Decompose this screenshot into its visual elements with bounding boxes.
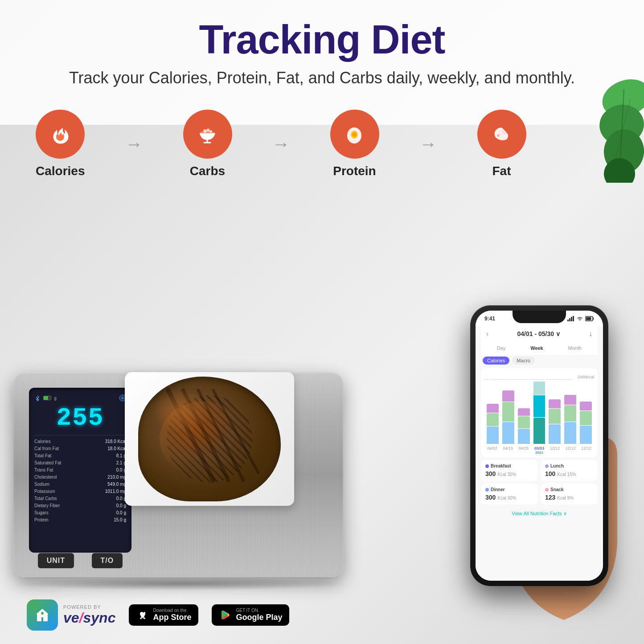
bar-stack-1 bbox=[487, 404, 499, 444]
category-fat: Fat bbox=[477, 110, 526, 178]
tab-calories[interactable]: Calories bbox=[483, 357, 509, 365]
bar-group-active bbox=[533, 381, 546, 444]
x-label-active: 05/03 2021 bbox=[534, 446, 545, 455]
meal-card-snack: Snack 123 Kcal 9% bbox=[541, 484, 598, 505]
arrow-1: → bbox=[125, 134, 143, 154]
meal-card-breakfast: Breakfast 300 Kcal 30% bbox=[481, 460, 538, 481]
tab-macro[interactable]: Macro bbox=[512, 357, 535, 365]
svg-point-6 bbox=[200, 131, 215, 135]
lunch-calories: 100 Kcal 15% bbox=[545, 470, 593, 477]
x-label-5: 12/12 bbox=[550, 446, 560, 455]
time-display: 9:41 bbox=[484, 316, 495, 322]
target-dashed-line bbox=[484, 379, 571, 380]
breakfast-label: Breakfast bbox=[485, 464, 533, 468]
playstore-top-text: GET IT ON bbox=[236, 608, 282, 613]
bar-group-6 bbox=[564, 395, 576, 444]
appstore-main-text: App Store bbox=[153, 613, 191, 622]
svg-rect-23 bbox=[569, 318, 570, 321]
arrow-2: → bbox=[272, 134, 290, 154]
target-line-label: 2400Kcal bbox=[577, 375, 594, 379]
brand-logo: POWERED BY ve/sync bbox=[27, 599, 115, 631]
svg-point-9 bbox=[209, 130, 212, 133]
tare-button[interactable]: T/O bbox=[92, 553, 123, 568]
scale-shadow bbox=[13, 577, 348, 591]
signal-icon bbox=[567, 316, 574, 321]
tab-month[interactable]: Month bbox=[565, 344, 586, 352]
dinner-calories: 300 Kcal 30% bbox=[485, 494, 533, 501]
bar-seg-green-2 bbox=[502, 402, 514, 422]
dinner-label: Dinner bbox=[485, 487, 533, 492]
lcd-unit-display: g bbox=[54, 396, 57, 401]
category-carbs: Carbs bbox=[183, 110, 232, 178]
bar-seg-green-6 bbox=[564, 405, 576, 422]
svg-rect-22 bbox=[567, 320, 569, 321]
date-range-display[interactable]: 04/01 - 05/30 ∨ bbox=[517, 330, 560, 337]
flame-icon bbox=[48, 122, 73, 147]
phone-outer: 9:41 bbox=[470, 305, 608, 586]
bar-seg-purple-3 bbox=[518, 408, 530, 416]
protein-label: Protein bbox=[333, 164, 376, 178]
grill-marks bbox=[138, 377, 281, 501]
bar-stack-3 bbox=[518, 408, 530, 444]
bar-seg-green-5 bbox=[549, 409, 561, 424]
bar-seg-blue-7 bbox=[580, 426, 592, 444]
wifi-icon bbox=[576, 316, 583, 321]
unit-button[interactable]: UNIT bbox=[38, 553, 74, 568]
bar-group-2 bbox=[502, 390, 514, 444]
bar-seg-purple-6 bbox=[564, 395, 576, 405]
svg-point-12 bbox=[352, 132, 357, 137]
protein-icon-circle bbox=[330, 110, 379, 159]
playstore-badge[interactable]: GET IT ON Google Play bbox=[212, 604, 289, 626]
meal-card-lunch: Lunch 100 Kcal 15% bbox=[541, 460, 598, 481]
bar-group-1 bbox=[487, 404, 499, 444]
category-calories: Calories bbox=[36, 110, 85, 178]
brand-name-text: ve/sync bbox=[63, 610, 115, 626]
meat-icon bbox=[489, 122, 514, 147]
bottom-bar: POWERED BY ve/sync Download on the App S… bbox=[27, 599, 289, 631]
bar-stack-active bbox=[533, 381, 546, 444]
bar-stack-5 bbox=[549, 399, 561, 444]
arrow-3: → bbox=[419, 134, 437, 154]
chicken-visual bbox=[138, 377, 281, 501]
download-icon[interactable]: ↓ bbox=[589, 330, 592, 338]
bar-seg-teal-active bbox=[533, 418, 546, 444]
bar-stack-2 bbox=[502, 390, 514, 444]
snack-calories: 123 Kcal 9% bbox=[545, 494, 593, 501]
bar-seg-blue-2 bbox=[502, 422, 514, 444]
meal-summary: Breakfast 300 Kcal 30% Lunch 100 Kcal 15… bbox=[481, 460, 598, 505]
svg-line-18 bbox=[213, 390, 258, 473]
page-subtitle: Track your Calories, Protein, Fat, and C… bbox=[0, 69, 644, 87]
bar-seg-blue-3 bbox=[518, 429, 530, 444]
bar-seg-purple-7 bbox=[580, 402, 592, 410]
egg-icon bbox=[342, 122, 367, 147]
status-icons bbox=[567, 316, 594, 321]
bar-seg-purple-2 bbox=[502, 390, 514, 402]
battery-indicator bbox=[43, 396, 51, 400]
bar-stack-6 bbox=[564, 395, 576, 444]
snack-label: Snack bbox=[545, 487, 593, 492]
battery-icon bbox=[585, 316, 594, 321]
nav-left-icon[interactable]: ‹ bbox=[486, 330, 488, 338]
bar-seg-blue-1 bbox=[487, 427, 499, 444]
food-on-scale bbox=[103, 345, 316, 533]
meal-card-dinner: Dinner 300 Kcal 30% bbox=[481, 484, 538, 505]
tab-day[interactable]: Day bbox=[493, 344, 509, 352]
chart-x-labels: 04/02 04/15 04/25 05/03 2021 bbox=[484, 446, 594, 455]
app-content: ‹ 04/01 - 05/30 ∨ ↓ Day Week Month bbox=[476, 326, 603, 581]
bar-seg-blue-5 bbox=[549, 424, 561, 444]
appstore-badge[interactable]: Download on the App Store bbox=[129, 604, 198, 626]
app-header: ‹ 04/01 - 05/30 ∨ ↓ bbox=[481, 326, 598, 341]
view-all-link[interactable]: View All Nutrition Facts ∨ bbox=[481, 507, 598, 520]
calories-macro-tabs: Calories Macro bbox=[481, 357, 598, 365]
fat-icon-circle bbox=[477, 110, 526, 159]
bluetooth-icon bbox=[34, 395, 41, 401]
header: Tracking Diet Track your Calories, Prote… bbox=[0, 0, 644, 96]
phone-screen: 9:41 bbox=[476, 311, 603, 581]
tab-week[interactable]: Week bbox=[527, 344, 547, 352]
calories-label: Calories bbox=[36, 164, 85, 178]
phone-notch bbox=[513, 311, 566, 323]
svg-point-7 bbox=[203, 129, 207, 133]
bar-seg-light-active bbox=[533, 381, 546, 395]
page-wrapper: Tracking Diet Track your Calories, Prote… bbox=[0, 0, 644, 644]
x-label-1: 04/02 bbox=[487, 446, 497, 455]
